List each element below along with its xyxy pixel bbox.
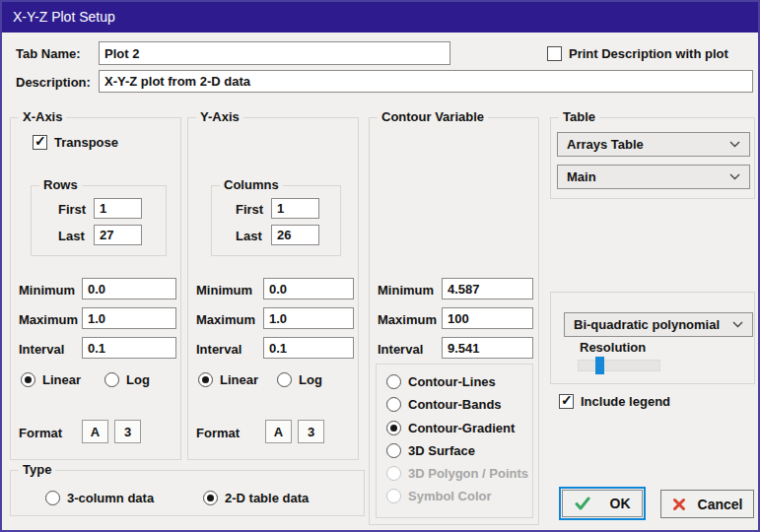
symbol-color-label: Symbol Color [408,489,492,503]
table-group-title: Table [559,109,599,124]
window-title: X-Y-Z Plot Setup [13,9,115,25]
print-description-label: Print Description with plot [569,46,728,61]
contour-variable-group-title: Contour Variable [378,109,488,124]
chevron-down-icon [729,173,740,180]
include-legend-label: Include legend [581,394,670,409]
titlebar: X-Y-Z Plot Setup [2,2,758,33]
y-linear-radio-row[interactable]: Linear [198,372,258,387]
contour-bands-radio[interactable] [386,397,401,412]
subtable-dropdown[interactable]: Main [557,165,750,189]
x-interval-input[interactable] [82,337,176,359]
cancel-button[interactable]: Cancel [660,490,754,518]
table-dropdown-value: Arrays Table [567,137,644,152]
contour-style-subgroup: Contour-Lines Contour-Bands Contour-Grad… [376,364,533,518]
x-maximum-input[interactable] [82,307,176,329]
y-interval-input[interactable] [263,337,354,359]
x-linear-label: Linear [42,372,81,387]
rows-subgroup: Rows First Last [31,185,167,256]
x-format-letter-box[interactable]: A [82,420,108,443]
resolution-label: Resolution [580,340,646,355]
table-dropdown[interactable]: Arrays Table [557,132,750,157]
ok-button[interactable]: OK [559,487,646,520]
contour-interval-label: Interval [378,342,423,357]
x-minimum-input[interactable] [82,278,176,299]
3d-surface-radio[interactable] [386,443,401,458]
include-legend-checkbox[interactable] [559,394,574,409]
y-maximum-input[interactable] [263,307,354,329]
print-description-checkbox[interactable] [547,46,562,61]
three-column-data-radio-row[interactable]: 3-column data [45,491,154,505]
y-maximum-label: Maximum [196,312,255,327]
table-group: Table Arrays Table Main [550,117,755,199]
symbol-color-radio-row: Symbol Color [386,489,492,503]
type-group: Type 3-column data 2-D table data [10,470,365,516]
3d-polygon-points-label: 3D Polygon / Points [408,466,528,481]
three-column-data-label: 3-column data [67,491,154,505]
contour-minimum-label: Minimum [378,283,434,298]
contour-gradient-radio[interactable] [386,421,401,435]
rows-last-label: Last [58,229,85,243]
contour-minimum-input[interactable] [442,278,533,299]
contour-interval-input[interactable] [442,337,533,359]
description-input[interactable] [99,70,753,93]
y-axis-group: Y-Axis Columns First Last Minimum Maximu… [187,117,359,460]
y-log-radio-row[interactable]: Log [277,372,322,387]
include-legend-checkbox-row[interactable]: Include legend [559,394,670,409]
columns-first-input[interactable] [271,198,319,219]
contour-gradient-label: Contour-Gradient [408,421,515,435]
rows-first-input[interactable] [94,198,142,219]
type-group-title: Type [19,462,55,477]
tab-name-input[interactable] [99,41,450,65]
x-minimum-label: Minimum [19,283,75,298]
columns-last-label: Last [236,229,262,243]
columns-subgroup: Columns First Last [211,185,341,256]
2d-table-data-label: 2-D table data [225,491,309,505]
x-interval-label: Interval [19,342,64,357]
3d-surface-label: 3D Surface [408,443,475,458]
3d-surface-radio-row[interactable]: 3D Surface [386,443,475,458]
x-format-digits-box[interactable]: 3 [114,420,141,443]
interpolation-method-value: Bi-quadratic polynomial [574,317,720,332]
y-axis-group-title: Y-Axis [196,109,243,124]
x-log-radio[interactable] [104,372,119,387]
interpolation-method-dropdown[interactable]: Bi-quadratic polynomial [564,312,753,337]
y-minimum-input[interactable] [263,278,354,299]
ok-button-label: OK [610,496,631,511]
contour-lines-radio-row[interactable]: Contour-Lines [386,374,496,389]
cancel-button-label: Cancel [698,497,743,512]
symbol-color-radio [386,489,401,503]
contour-lines-label: Contour-Lines [408,374,496,389]
y-format-label: Format [196,426,240,440]
x-linear-radio-row[interactable]: Linear [21,372,81,387]
x-log-radio-row[interactable]: Log [104,372,150,387]
y-format-letter-box[interactable]: A [265,420,292,443]
transpose-checkbox-row[interactable]: Transpose [33,135,118,150]
2d-table-data-radio-row[interactable]: 2-D table data [203,491,309,505]
tab-name-label: Tab Name: [16,46,81,61]
print-description-checkbox-row[interactable]: Print Description with plot [547,46,728,61]
x-axis-group-title: X-Axis [19,109,66,124]
contour-lines-radio[interactable] [386,374,401,389]
y-linear-label: Linear [220,372,258,387]
chevron-down-icon [729,141,740,148]
resolution-slider-thumb[interactable] [595,357,604,374]
resolution-slider[interactable] [578,360,660,371]
columns-subgroup-title: Columns [220,177,283,192]
y-format-digits-box[interactable]: 3 [298,420,324,443]
rows-last-input[interactable] [94,225,142,245]
x-linear-radio[interactable] [21,372,35,387]
y-log-radio[interactable] [277,372,292,387]
x-format-label: Format [19,426,62,440]
columns-last-input[interactable] [271,225,319,245]
y-linear-radio[interactable] [198,372,213,387]
contour-bands-radio-row[interactable]: Contour-Bands [386,397,502,412]
y-log-label: Log [299,372,322,387]
contour-variable-group: Contour Variable Minimum Maximum Interva… [369,117,539,525]
transpose-checkbox[interactable] [33,135,47,150]
three-column-data-radio[interactable] [45,491,60,505]
2d-table-data-radio[interactable] [203,491,218,505]
x-icon [672,498,686,511]
contour-maximum-input[interactable] [442,307,533,329]
transpose-label: Transpose [54,135,118,150]
contour-gradient-radio-row[interactable]: Contour-Gradient [386,421,515,435]
